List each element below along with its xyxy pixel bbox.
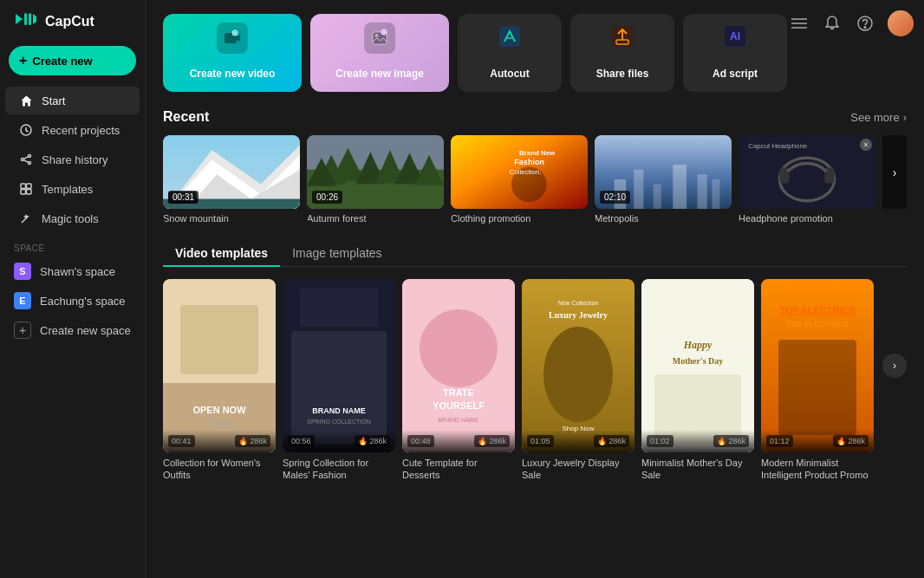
sidebar: CapCut + Create new Start Recent project… <box>0 0 146 578</box>
svg-text:TRATE: TRATE <box>443 387 474 398</box>
create-space-plus-icon: + <box>14 321 31 339</box>
svg-rect-57 <box>634 170 643 209</box>
svg-text:BRAND NAME: BRAND NAME <box>312 406 366 415</box>
svg-rect-60 <box>698 174 707 209</box>
recent-title: Recent <box>163 109 209 125</box>
recent-thumb-metro: 02:10 <box>595 135 732 209</box>
svg-rect-9 <box>27 184 32 189</box>
nav-label-start: Start <box>42 94 65 107</box>
shawn-avatar: S <box>14 263 31 280</box>
tab-video-templates[interactable]: Video templates <box>163 241 280 267</box>
template-card-6[interactable]: TOP ELECTRICS TOP ELECTRICS 01:12 🔥 286k <box>761 279 874 482</box>
template-likes-5: 🔥 286k <box>713 435 749 447</box>
svg-rect-61 <box>712 179 719 209</box>
svg-line-7 <box>23 160 28 163</box>
ad-script-card[interactable]: AI Ad script <box>683 14 787 92</box>
autocut-card-label: Autocut <box>490 68 529 80</box>
svg-text:Mother's Day: Mother's Day <box>673 356 724 366</box>
logo: CapCut <box>0 10 145 46</box>
recent-card-headphone[interactable]: Capcut Headphone × Headphone promotion <box>739 135 875 224</box>
recent-card-metro[interactable]: 02:10 Metropolis <box>595 135 732 224</box>
sidebar-item-templates[interactable]: Templates <box>5 175 140 203</box>
template-thumb-3: TRATE YOURSELF BRAND NAME 00:48 🔥 286k <box>402 279 515 452</box>
logo-text: CapCut <box>45 14 94 29</box>
close-btn[interactable]: × <box>860 139 872 151</box>
svg-text:New Collection: New Collection <box>558 300 599 306</box>
template-overlay-5: 01:02 🔥 286k <box>641 430 754 452</box>
see-more-button[interactable]: See more › <box>850 111 907 124</box>
ad-script-card-label: Ad script <box>713 68 758 80</box>
create-new-video-card[interactable]: Create new video <box>163 14 302 92</box>
template-name-6: Modern Minimalist Intelligent Product Pr… <box>761 457 874 482</box>
template-thumb-4: New Collection Luxury Jewelry Shop Now 0… <box>522 279 634 452</box>
recent-card-forest[interactable]: 00:26 Autumn forest <box>307 135 444 224</box>
recent-card-clothing[interactable]: Brand New Fashion Collection. Clothing p… <box>451 135 588 224</box>
plus-icon: + <box>19 53 27 68</box>
svg-text:YOURSELF: YOURSELF <box>433 400 485 411</box>
template-overlay-1: 00:41 🔥 286k <box>163 430 276 452</box>
create-new-image-card[interactable]: Create new image <box>310 14 449 92</box>
help-icon[interactable] <box>855 13 875 34</box>
logo-icon <box>14 10 38 32</box>
recent-thumb-headphone: Capcut Headphone × <box>739 135 875 209</box>
recent-next-arrow[interactable]: › <box>882 135 907 209</box>
svg-text:SPRING COLLECTION: SPRING COLLECTION <box>307 419 371 425</box>
svg-text:Fashion: Fashion <box>514 158 544 166</box>
tab-image-templates[interactable]: Image templates <box>280 241 394 267</box>
svg-point-3 <box>29 155 31 158</box>
nav-label-recent: Recent projects <box>42 124 120 137</box>
recent-name-snow: Snow mountain <box>163 213 300 224</box>
recent-thumb-clothing: Brand New Fashion Collection. <box>451 135 588 209</box>
svg-text:In Spring: In Spring <box>207 419 231 426</box>
sidebar-item-magic-tools[interactable]: Magic tools <box>5 205 140 232</box>
video-card-label: Create new video <box>190 68 276 80</box>
image-card-icon-area <box>364 23 395 54</box>
template-thumb-1: OPEN NOW In Spring 00:41 🔥 286k <box>163 279 276 452</box>
template-grid: OPEN NOW In Spring 00:41 🔥 286k C <box>163 279 907 482</box>
svg-text:Brand New: Brand New <box>519 149 556 157</box>
template-time-1: 00:41 <box>168 435 195 447</box>
user-avatar[interactable] <box>888 10 914 36</box>
template-card-1[interactable]: OPEN NOW In Spring 00:41 🔥 286k C <box>163 279 276 482</box>
template-card-4[interactable]: New Collection Luxury Jewelry Shop Now 0… <box>522 279 634 482</box>
template-thumb-5: Happy Mother's Day 01:02 🔥 286k <box>641 279 754 452</box>
notification-icon[interactable] <box>822 13 843 34</box>
template-next-arrow[interactable]: › <box>882 354 907 378</box>
template-name-1: Collection for Women's Outfits <box>163 457 276 482</box>
svg-line-6 <box>23 157 28 159</box>
svg-rect-30 <box>499 26 520 47</box>
template-card-2[interactable]: BRAND NAME SPRING COLLECTION 00:56 🔥 286… <box>283 279 395 482</box>
sidebar-item-start[interactable]: Start <box>5 87 140 114</box>
nav-label-share-history: Share history <box>42 153 108 166</box>
svg-text:TOP ELECTRICS: TOP ELECTRICS <box>786 320 849 328</box>
sidebar-item-share-history[interactable]: Share history <box>5 146 140 173</box>
recent-card-snow[interactable]: 00:31 00:31 Snow mountain <box>163 135 300 224</box>
home-icon <box>19 94 33 107</box>
sidebar-item-eachung-space[interactable]: E Eachung's space <box>0 286 145 315</box>
sidebar-item-create-space[interactable]: + Create new space <box>0 315 145 345</box>
shawn-space-label: Shawn's space <box>40 265 115 278</box>
svg-text:Capcut Headphone: Capcut Headphone <box>748 142 807 150</box>
template-overlay-6: 01:12 🔥 286k <box>761 430 874 452</box>
autocut-card[interactable]: Autocut <box>458 14 562 92</box>
time-badge-snow: 00:31 <box>168 191 198 204</box>
sidebar-item-recent[interactable]: Recent projects <box>5 116 140 144</box>
template-card-3[interactable]: TRATE YOURSELF BRAND NAME 00:48 🔥 286k <box>402 279 515 482</box>
create-space-label: Create new space <box>40 324 131 337</box>
svg-rect-94 <box>778 340 856 435</box>
svg-text:AI: AI <box>730 30 740 42</box>
svg-point-78 <box>420 309 498 387</box>
svg-point-26 <box>375 34 379 37</box>
svg-text:OPEN NOW: OPEN NOW <box>192 405 246 415</box>
sidebar-item-shawn-space[interactable]: S Shawn's space <box>0 257 145 286</box>
svg-rect-73 <box>291 331 387 444</box>
clock-icon <box>19 123 33 137</box>
share-files-card[interactable]: Share files <box>570 14 674 92</box>
template-card-5[interactable]: Happy Mother's Day 01:02 🔥 286k <box>641 279 754 482</box>
svg-text:TOP ELECTRICS: TOP ELECTRICS <box>779 305 856 315</box>
template-thumb-6: TOP ELECTRICS TOP ELECTRICS 01:12 🔥 286k <box>761 279 874 452</box>
menu-icon[interactable] <box>789 13 810 34</box>
create-new-button[interactable]: + Create new <box>9 46 136 75</box>
svg-text:BRAND NAME: BRAND NAME <box>439 417 479 423</box>
main-content: Create new video Create new image <box>146 0 924 496</box>
